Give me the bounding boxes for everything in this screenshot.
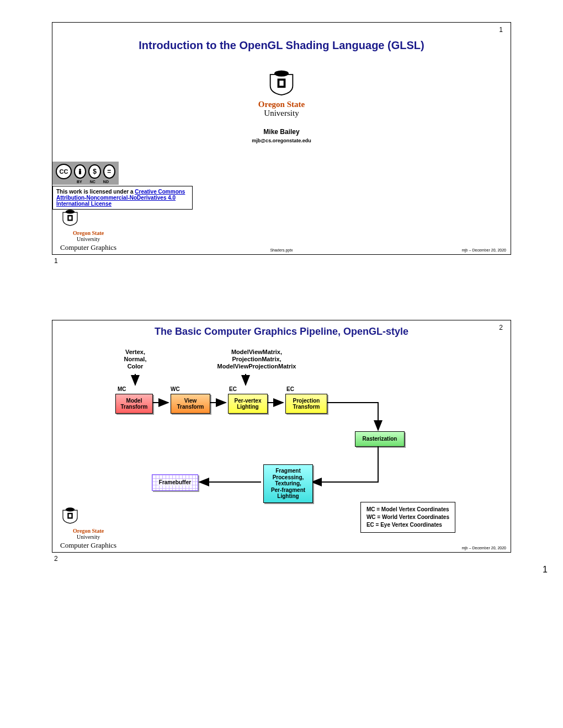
nd-label: ND [103, 180, 109, 184]
coord-mc: MC [118, 386, 126, 392]
slide-number-under-2: 2 [54, 555, 563, 563]
framebuffer-label: Framebuffer [158, 479, 192, 486]
nc-icon: $ [88, 164, 100, 179]
osu-wordmark: Oregon State University [52, 100, 511, 118]
svg-point-14 [66, 507, 75, 511]
input-vertex-label: Vertex, Normal, Color [113, 349, 157, 371]
footer-filename: Shaders.pptx [270, 248, 293, 252]
svg-rect-7 [69, 216, 72, 220]
stage-rasterization: Rasterization [355, 431, 405, 447]
author-name: Mike Bailey [52, 128, 511, 136]
license-prefix: This work is licensed under a [56, 189, 135, 195]
license-block: CC $ = BY NC ND This work is licensed un… [52, 162, 193, 210]
footer-osu-state: Oregon State [60, 231, 116, 237]
input-matrices-label: ModelViewMatrix, ProjectionMatrix, Model… [207, 349, 306, 371]
page-number: 1 [543, 565, 548, 575]
footer-date-2: mjb – December 20, 2020 [461, 546, 506, 550]
svg-rect-2 [279, 81, 283, 85]
osu-shield-small-icon-2 [60, 506, 80, 524]
slide-1: 1 Introduction to the OpenGL Shading Lan… [52, 22, 511, 255]
legend-box: MC = Model Vertex Coordinates WC = World… [360, 502, 455, 533]
footer-cg-2: Computer Graphics [60, 541, 116, 550]
osu-state-label: Oregon State [52, 100, 511, 109]
stage-model: Model Transform [115, 394, 153, 414]
osu-logo-block: Oregon State University [52, 68, 511, 118]
footer-osu-univ-2: University [60, 534, 116, 540]
nd-icon: = [103, 164, 115, 179]
svg-point-3 [79, 169, 81, 171]
slide-2: 2 The Basic Computer Graphics Pipeline, … [52, 320, 511, 553]
svg-point-0 [274, 71, 289, 77]
by-icon [74, 164, 86, 179]
slide-title: Introduction to the OpenGL Shading Langu… [52, 39, 511, 52]
author-email: mjb@cs.oregonstate.edu [52, 138, 511, 143]
license-text-box: This work is licensed under a Creative C… [52, 186, 193, 210]
coord-ec1: EC [229, 386, 237, 392]
coord-ec2: EC [286, 386, 294, 392]
slide-number-top: 1 [499, 26, 503, 34]
nc-label: NC [90, 180, 95, 184]
slide-number-top-2: 2 [499, 324, 503, 331]
osu-univ-label: University [52, 109, 511, 118]
osu-shield-small-icon [60, 208, 80, 226]
cc-icon: CC [56, 164, 72, 179]
stage-pvl: Per-vertex Lighting [228, 394, 268, 414]
footer-osu-2: Oregon State University Computer Graphic… [60, 506, 116, 550]
osu-shield-icon [266, 68, 297, 96]
svg-point-5 [66, 210, 75, 213]
stage-framebuffer: Framebuffer [152, 474, 198, 491]
footer-cg: Computer Graphics [60, 243, 116, 252]
footer-osu-univ: University [60, 237, 116, 243]
cc-badge: CC $ = BY NC ND [52, 162, 119, 185]
footer-osu-state-2: Oregon State [60, 528, 116, 534]
stage-fragment: Fragment Processing, Texturing, Per-frag… [263, 464, 313, 503]
stage-view: View Transform [171, 394, 210, 414]
svg-rect-4 [79, 171, 81, 174]
footer-date: mjb – December 20, 2020 [461, 248, 506, 252]
svg-rect-16 [69, 514, 72, 517]
coord-wc: WC [171, 386, 180, 392]
by-label: BY [77, 180, 82, 184]
footer-osu: Oregon State University Computer Graphic… [60, 208, 116, 252]
pipeline-diagram: Vertex, Normal, Color ModelViewMatrix, P… [52, 342, 511, 518]
slide-number-under-1: 1 [54, 257, 563, 265]
slide-title-2: The Basic Computer Graphics Pipeline, Op… [52, 326, 511, 338]
stage-projection: Projection Transform [285, 394, 327, 414]
